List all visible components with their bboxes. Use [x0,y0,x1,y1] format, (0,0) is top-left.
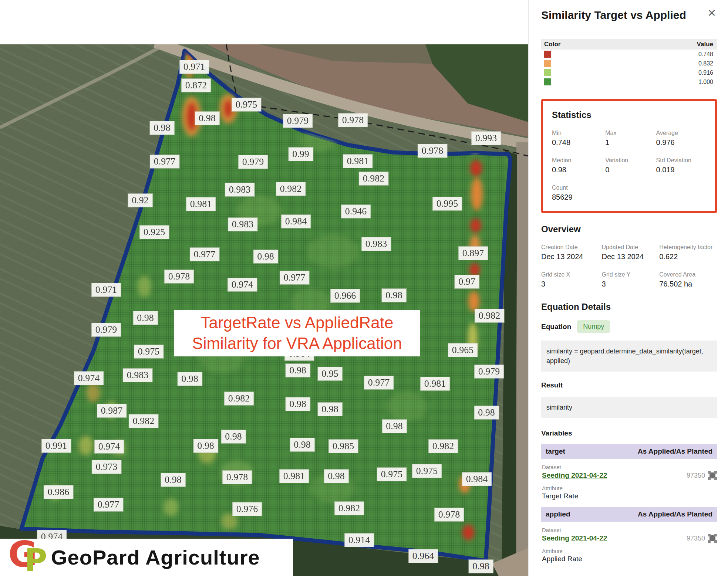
legend-value: 0.916 [698,70,713,76]
map-value-label: 0.981 [343,155,373,168]
map-value-label: 0.982 [475,309,504,322]
map-value-label: 0.982 [429,440,458,453]
stat-variation: Variation 0 [605,156,656,174]
result-value: similarity [541,397,717,418]
map-value-label: 0.98 [178,372,202,386]
panel-title: Similarity Target vs Applied [541,7,686,21]
map-value-label: 0.975 [377,468,407,481]
variables-title: Variables [541,429,717,437]
map-value-label: 0.98 [221,430,246,443]
legend-value: 0.748 [698,51,713,58]
variable-applied: applied As Applied/As Planted Dataset Se… [541,507,717,563]
overview-heterogeneity-factor: Heterogeneity factor 0.622 [659,243,717,261]
map-value-label: 0.975 [412,464,442,478]
legend-header-value: Value [697,41,713,48]
result-label: Result [541,381,717,389]
polygon-area-icon[interactable] [708,471,717,480]
map-value-label: 0.977 [280,271,309,284]
map-value-label: 0.977 [150,155,179,168]
map-value-label: 0.973 [92,460,121,474]
close-icon[interactable]: ✕ [707,7,717,20]
statistics-title: Statistics [552,110,707,120]
legend-row: 0.916 [541,68,717,77]
geopard-logo: G P GeoPard Agriculture [0,539,293,576]
map-value-label: 0.99 [289,148,313,161]
map-value-label: 0.981 [186,197,216,211]
map-value-label: 0.983 [123,369,152,382]
equation-label: Equation [541,323,571,331]
polygon-area-icon[interactable] [708,534,717,543]
map-value-label: 0.978 [435,508,464,521]
dataset-link[interactable]: Seeding 2021-04-22 [542,534,607,542]
stat-count: Count 85629 [552,184,605,201]
dataset-label: Dataset [541,464,717,470]
map-value-label: 0.964 [409,549,438,563]
overview-title: Overview [541,224,717,234]
dataset-label: Dataset [541,527,717,533]
map-value-label: 0.981 [280,470,309,483]
variable-target: target As Applied/As Planted Dataset See… [541,444,717,500]
legend-header: Color Value [541,39,717,50]
legend-row: 0.832 [541,59,717,68]
app-window: {"":""} 0.9710.8720.9750.980.980.9790.97… [0,0,728,576]
attribute-label: Attribute [541,548,717,554]
map-value-label: 0.986 [44,485,73,499]
overview-creation-date: Creation Date Dec 13 2024 [541,243,602,261]
map-value-label: 0.991 [42,439,71,453]
map-canvas[interactable]: {"":""} 0.9710.8720.9750.980.980.9790.97… [0,44,528,576]
map-value-label: 0.979 [283,114,313,128]
map-value-label: 0.974 [95,440,124,453]
map-value-label: 0.977 [364,376,394,389]
map-value-label: 0.98 [193,439,218,453]
map-value-label: 0.977 [94,498,123,511]
map-value-label: 0.983 [228,218,257,231]
map-value-label: 0.978 [223,471,252,484]
attribute-label: Attribute [541,485,717,491]
variables-section: Variables target As Applied/As Planted D… [541,429,717,563]
map-value-label: 0.897 [459,247,488,260]
legend-swatch-lightgreen [544,69,551,76]
variable-header-bar: target As Applied/As Planted [541,444,717,459]
equation-details-section: Equation Details Equation Numpy similari… [541,302,717,418]
map-value-label: 0.982 [225,392,254,405]
equation-code: similarity = geopard.determine_data_simi… [541,340,717,372]
map-value-label: 0.984 [462,472,492,486]
map-value-label: 0.98 [253,250,278,263]
stat-median: Median 0.98 [552,156,605,174]
map-value-label: 0.982 [335,502,364,515]
map-value-label: 0.98 [161,473,185,487]
map-value-label: 0.979 [239,155,268,169]
dataset-link[interactable]: Seeding 2021-04-22 [542,471,607,480]
legend-row: 1.000 [541,77,717,87]
map-value-label: 0.98 [290,438,314,451]
color-legend: Color Value 0.748 0.832 0.916 1.000 [541,39,717,87]
legend-swatch-orange [544,60,551,67]
dataset-id: 97350 [687,472,705,480]
map-value-label: 0.971 [92,283,121,297]
map-value-label: 0.98 [469,560,493,573]
map-title-line2: Similarity for VRA Application [192,333,402,354]
map-value-label: 0.975 [134,345,164,358]
map-value-label: 0.976 [233,502,262,516]
map-value-label: 0.993 [472,132,501,145]
statistics-card: Statistics Min 0.748 Max 1 Average 0.976… [541,99,717,213]
map-value-label: 0.974 [228,278,257,291]
map-value-label: 0.979 [92,323,121,336]
legend-header-color: Color [544,41,560,48]
overview-covered-area: Covered Area 76.502 ha [659,271,717,288]
map-value-label: 0.872 [182,79,211,92]
map-value-label: 0.987 [97,404,127,417]
legend-swatch-red [544,51,551,58]
map-value-label: 0.925 [140,226,169,239]
map-value-label: 0.966 [331,289,360,302]
map-value-label: 0.98 [318,403,342,416]
map-value-label: 0.981 [421,377,450,390]
attribute-value: Applied Rate [541,555,717,563]
map-value-label: 0.95 [318,367,342,380]
map-value-label: 0.98 [286,397,310,411]
geopard-logo-icon: G P [5,540,50,575]
map-value-label: 0.982 [359,172,388,185]
map-value-label: 0.97 [455,275,479,288]
numpy-chip: Numpy [577,320,610,333]
stat-max: Max 1 [605,129,656,147]
